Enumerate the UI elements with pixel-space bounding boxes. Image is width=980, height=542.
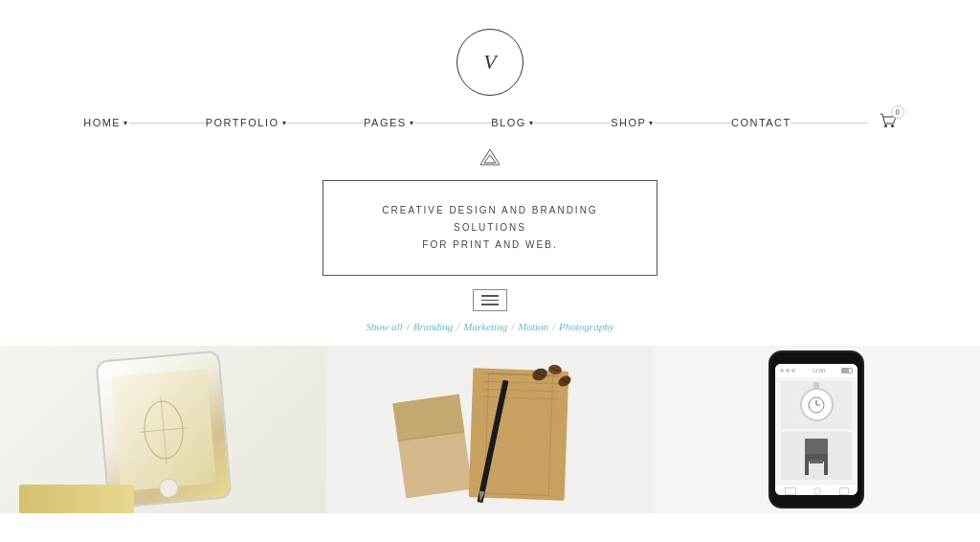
chair-product-area — [781, 432, 852, 480]
filter-sep: / — [552, 321, 555, 332]
coffee-beans — [528, 360, 576, 397]
filter-links: Show all / Branding / Marketing / Motion… — [366, 321, 613, 332]
nav-divider — [129, 123, 206, 124]
logo-symbol: V — [483, 50, 496, 75]
portfolio-item-phone-gold[interactable] — [0, 346, 326, 513]
phone-mockup-dark: 12:00 — [768, 350, 864, 508]
nav-icon — [839, 487, 849, 495]
hero-text-box: CREATIVE DESIGN AND BRANDING SOLUTIONS F… — [323, 180, 657, 276]
nav-item-contact[interactable]: CONTACT — [731, 117, 791, 128]
hero-section: CREATIVE DESIGN AND BRANDING SOLUTIONS F… — [0, 147, 980, 332]
notebook-composition — [385, 355, 595, 504]
phone-screen-watch: 12:00 — [775, 364, 858, 495]
app-content — [775, 377, 858, 484]
svg-rect-19 — [824, 462, 828, 475]
hero-line1: CREATIVE DESIGN AND BRANDING SOLUTIONS — [381, 202, 599, 237]
portfolio-item-watch-app[interactable]: 12:00 — [654, 346, 980, 513]
watch-icon — [800, 388, 834, 421]
signal-icon — [780, 369, 795, 373]
app-bottom-nav — [775, 484, 858, 495]
nav-item-blog[interactable]: BLOG ▾ — [491, 117, 534, 128]
hero-line2: FOR PRINT AND WEB. — [381, 237, 599, 254]
battery-icon — [841, 368, 853, 373]
nav-divider — [655, 123, 731, 124]
time-display: 12:00 — [812, 368, 825, 373]
filter-photography[interactable]: Photography — [559, 321, 613, 332]
svg-rect-16 — [805, 439, 828, 454]
hero-triangle-icon — [479, 147, 501, 170]
nav-icon — [785, 487, 796, 495]
filter-sep: / — [407, 321, 410, 332]
svg-line-4 — [161, 395, 167, 463]
filter-branding[interactable]: Branding — [413, 321, 454, 332]
cart-count: 0 — [891, 105, 904, 119]
filter-sep: / — [457, 321, 459, 332]
filter-marketing[interactable]: Marketing — [463, 321, 507, 332]
filter-icon-wrapper — [473, 289, 507, 311]
svg-point-1 — [891, 124, 894, 127]
main-nav: HOME ▾ PORTFOLIO ▾ PAGES ▾ BLOG ▾ SHOP ▾… — [0, 113, 980, 132]
svg-rect-18 — [805, 462, 809, 475]
header: V HOME ▾ PORTFOLIO ▾ PAGES ▾ BLOG ▾ SHOP… — [0, 0, 980, 132]
filter-show-all[interactable]: Show all — [366, 321, 402, 332]
nav-divider — [414, 123, 491, 124]
svg-point-6 — [142, 398, 185, 459]
svg-point-0 — [884, 124, 887, 127]
nav-item-shop[interactable]: SHOP ▾ — [611, 117, 655, 128]
nav-divider — [534, 123, 611, 124]
svg-rect-20 — [810, 460, 823, 463]
logo[interactable]: V — [457, 29, 523, 96]
phone-status-bar: 12:00 — [775, 364, 858, 377]
nav-item-portfolio[interactable]: PORTFOLIO ▾ — [206, 117, 287, 128]
product-image-area — [781, 381, 852, 429]
gold-card — [19, 485, 134, 513]
portfolio-grid: 12:00 — [0, 346, 980, 513]
filter-sep: / — [511, 321, 514, 332]
nav-item-home[interactable]: HOME ▾ — [83, 117, 129, 128]
nav-icon — [813, 487, 821, 495]
filter-button[interactable] — [473, 289, 507, 311]
nav-divider — [287, 123, 364, 124]
nav-item-pages[interactable]: PAGES ▾ — [364, 117, 414, 128]
envelope — [392, 394, 472, 498]
portfolio-item-notebook[interactable] — [326, 346, 653, 513]
phone-screen-gold — [111, 368, 216, 490]
nav-divider — [791, 123, 868, 124]
hamburger-icon — [481, 295, 499, 305]
cart-button[interactable]: 0 — [880, 113, 897, 132]
filter-motion[interactable]: Motion — [518, 321, 548, 332]
